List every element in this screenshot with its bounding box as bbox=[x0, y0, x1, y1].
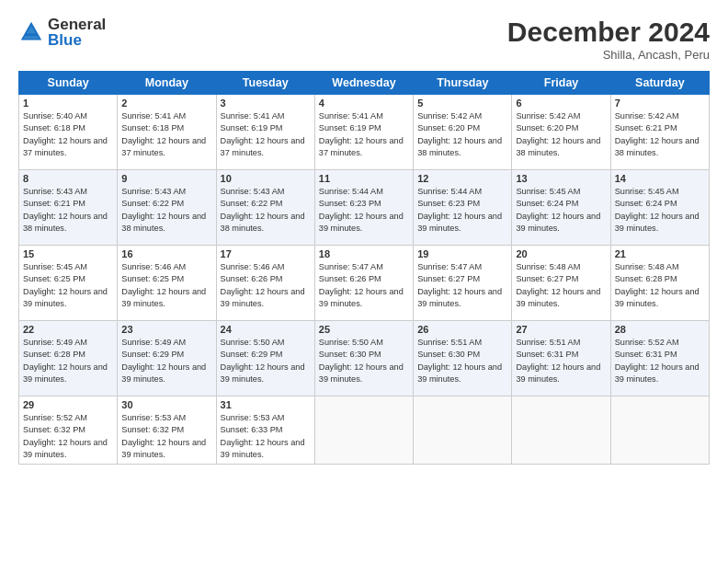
day-info: Sunrise: 5:49 AM Sunset: 6:29 PM Dayligh… bbox=[121, 337, 211, 385]
day-number: 4 bbox=[319, 98, 409, 109]
day-number: 27 bbox=[516, 324, 606, 335]
weekday-header-row: SundayMondayTuesdayWednesdayThursdayFrid… bbox=[19, 72, 710, 95]
day-number: 22 bbox=[23, 324, 113, 335]
day-info: Sunrise: 5:47 AM Sunset: 6:26 PM Dayligh… bbox=[319, 261, 409, 310]
day-number: 5 bbox=[417, 98, 507, 109]
day-number: 10 bbox=[221, 173, 311, 184]
day-number: 30 bbox=[121, 399, 211, 410]
day-info: Sunrise: 5:50 AM Sunset: 6:29 PM Dayligh… bbox=[221, 337, 311, 385]
day-info: Sunrise: 5:48 AM Sunset: 6:27 PM Dayligh… bbox=[516, 261, 606, 310]
day-number: 15 bbox=[23, 248, 113, 259]
day-number: 2 bbox=[121, 98, 211, 109]
weekday-header-saturday: Saturday bbox=[610, 72, 709, 95]
calendar-cell: 30Sunrise: 5:53 AM Sunset: 6:32 PM Dayli… bbox=[118, 396, 216, 465]
svg-rect-2 bbox=[25, 33, 38, 36]
day-info: Sunrise: 5:44 AM Sunset: 6:23 PM Dayligh… bbox=[319, 186, 409, 235]
calendar-cell: 31Sunrise: 5:53 AM Sunset: 6:33 PM Dayli… bbox=[216, 396, 314, 465]
day-info: Sunrise: 5:53 AM Sunset: 6:32 PM Dayligh… bbox=[121, 412, 211, 461]
calendar-cell: 27Sunrise: 5:51 AM Sunset: 6:31 PM Dayli… bbox=[512, 321, 610, 396]
day-number: 19 bbox=[417, 248, 507, 259]
logo-general-text: General bbox=[48, 17, 106, 32]
day-number: 18 bbox=[319, 248, 409, 259]
calendar-cell: 29Sunrise: 5:52 AM Sunset: 6:32 PM Dayli… bbox=[19, 396, 118, 465]
calendar-week-row: 22Sunrise: 5:49 AM Sunset: 6:28 PM Dayli… bbox=[19, 321, 710, 396]
calendar-cell: 22Sunrise: 5:49 AM Sunset: 6:28 PM Dayli… bbox=[19, 321, 118, 396]
day-info: Sunrise: 5:50 AM Sunset: 6:30 PM Dayligh… bbox=[319, 337, 409, 385]
day-info: Sunrise: 5:45 AM Sunset: 6:24 PM Dayligh… bbox=[615, 186, 705, 235]
day-info: Sunrise: 5:43 AM Sunset: 6:21 PM Dayligh… bbox=[23, 186, 113, 235]
calendar-cell: 12Sunrise: 5:44 AM Sunset: 6:23 PM Dayli… bbox=[414, 170, 512, 246]
calendar-cell: 9Sunrise: 5:43 AM Sunset: 6:22 PM Daylig… bbox=[118, 170, 216, 246]
calendar-cell bbox=[512, 396, 610, 465]
day-info: Sunrise: 5:43 AM Sunset: 6:22 PM Dayligh… bbox=[121, 186, 211, 235]
day-number: 8 bbox=[23, 173, 113, 184]
calendar-cell: 10Sunrise: 5:43 AM Sunset: 6:22 PM Dayli… bbox=[216, 170, 314, 246]
day-number: 6 bbox=[516, 98, 606, 109]
day-info: Sunrise: 5:42 AM Sunset: 6:20 PM Dayligh… bbox=[417, 110, 507, 159]
day-info: Sunrise: 5:48 AM Sunset: 6:28 PM Dayligh… bbox=[615, 261, 705, 310]
day-number: 1 bbox=[23, 98, 113, 109]
month-title: December 2024 bbox=[507, 17, 710, 48]
weekday-header-friday: Friday bbox=[512, 72, 610, 95]
day-info: Sunrise: 5:52 AM Sunset: 6:32 PM Dayligh… bbox=[23, 412, 113, 461]
day-info: Sunrise: 5:42 AM Sunset: 6:21 PM Dayligh… bbox=[615, 110, 705, 159]
location: Shilla, Ancash, Peru bbox=[507, 48, 710, 62]
day-info: Sunrise: 5:53 AM Sunset: 6:33 PM Dayligh… bbox=[221, 412, 311, 461]
calendar-cell: 6Sunrise: 5:42 AM Sunset: 6:20 PM Daylig… bbox=[512, 95, 610, 170]
day-number: 24 bbox=[221, 324, 311, 335]
day-info: Sunrise: 5:49 AM Sunset: 6:28 PM Dayligh… bbox=[23, 337, 113, 385]
day-info: Sunrise: 5:41 AM Sunset: 6:19 PM Dayligh… bbox=[319, 110, 409, 159]
day-number: 12 bbox=[417, 173, 507, 184]
day-info: Sunrise: 5:41 AM Sunset: 6:19 PM Dayligh… bbox=[221, 110, 311, 159]
day-number: 14 bbox=[615, 173, 705, 184]
calendar-cell: 24Sunrise: 5:50 AM Sunset: 6:29 PM Dayli… bbox=[216, 321, 314, 396]
calendar-cell: 8Sunrise: 5:43 AM Sunset: 6:21 PM Daylig… bbox=[19, 170, 118, 246]
calendar-cell: 15Sunrise: 5:45 AM Sunset: 6:25 PM Dayli… bbox=[19, 246, 118, 321]
calendar-cell: 5Sunrise: 5:42 AM Sunset: 6:20 PM Daylig… bbox=[414, 95, 512, 170]
logo-blue-text: Blue bbox=[48, 32, 106, 48]
day-number: 21 bbox=[615, 248, 705, 259]
day-number: 9 bbox=[121, 173, 211, 184]
day-number: 17 bbox=[221, 248, 311, 259]
logo-text: General Blue bbox=[48, 17, 106, 48]
calendar-cell: 4Sunrise: 5:41 AM Sunset: 6:19 PM Daylig… bbox=[314, 95, 413, 170]
weekday-header-monday: Monday bbox=[118, 72, 216, 95]
calendar-week-row: 8Sunrise: 5:43 AM Sunset: 6:21 PM Daylig… bbox=[19, 170, 710, 246]
weekday-header-tuesday: Tuesday bbox=[216, 72, 314, 95]
calendar-week-row: 1Sunrise: 5:40 AM Sunset: 6:18 PM Daylig… bbox=[19, 95, 710, 170]
calendar-cell: 11Sunrise: 5:44 AM Sunset: 6:23 PM Dayli… bbox=[314, 170, 413, 246]
day-info: Sunrise: 5:46 AM Sunset: 6:26 PM Dayligh… bbox=[221, 261, 311, 310]
calendar-cell: 13Sunrise: 5:45 AM Sunset: 6:24 PM Dayli… bbox=[512, 170, 610, 246]
calendar-cell bbox=[610, 396, 709, 465]
calendar-cell: 3Sunrise: 5:41 AM Sunset: 6:19 PM Daylig… bbox=[216, 95, 314, 170]
day-info: Sunrise: 5:42 AM Sunset: 6:20 PM Dayligh… bbox=[516, 110, 606, 159]
day-info: Sunrise: 5:52 AM Sunset: 6:31 PM Dayligh… bbox=[615, 337, 705, 385]
logo-icon bbox=[18, 19, 44, 45]
day-number: 11 bbox=[319, 173, 409, 184]
logo: General Blue bbox=[18, 17, 106, 48]
day-info: Sunrise: 5:46 AM Sunset: 6:25 PM Dayligh… bbox=[121, 261, 211, 310]
day-number: 20 bbox=[516, 248, 606, 259]
weekday-header-thursday: Thursday bbox=[414, 72, 512, 95]
weekday-header-sunday: Sunday bbox=[19, 72, 118, 95]
weekday-header-wednesday: Wednesday bbox=[314, 72, 413, 95]
day-info: Sunrise: 5:40 AM Sunset: 6:18 PM Dayligh… bbox=[23, 110, 113, 159]
page: General Blue December 2024 Shilla, Ancas… bbox=[0, 0, 728, 563]
calendar-cell bbox=[314, 396, 413, 465]
calendar-cell: 14Sunrise: 5:45 AM Sunset: 6:24 PM Dayli… bbox=[610, 170, 709, 246]
calendar-cell: 16Sunrise: 5:46 AM Sunset: 6:25 PM Dayli… bbox=[118, 246, 216, 321]
title-block: December 2024 Shilla, Ancash, Peru bbox=[507, 17, 710, 62]
day-number: 13 bbox=[516, 173, 606, 184]
day-number: 26 bbox=[417, 324, 507, 335]
calendar-cell: 26Sunrise: 5:51 AM Sunset: 6:30 PM Dayli… bbox=[414, 321, 512, 396]
day-info: Sunrise: 5:43 AM Sunset: 6:22 PM Dayligh… bbox=[221, 186, 311, 235]
calendar-cell: 23Sunrise: 5:49 AM Sunset: 6:29 PM Dayli… bbox=[118, 321, 216, 396]
calendar-cell: 1Sunrise: 5:40 AM Sunset: 6:18 PM Daylig… bbox=[19, 95, 118, 170]
calendar-cell: 25Sunrise: 5:50 AM Sunset: 6:30 PM Dayli… bbox=[314, 321, 413, 396]
day-number: 16 bbox=[121, 248, 211, 259]
day-number: 25 bbox=[319, 324, 409, 335]
day-info: Sunrise: 5:44 AM Sunset: 6:23 PM Dayligh… bbox=[417, 186, 507, 235]
calendar-cell: 2Sunrise: 5:41 AM Sunset: 6:18 PM Daylig… bbox=[118, 95, 216, 170]
calendar-cell: 21Sunrise: 5:48 AM Sunset: 6:28 PM Dayli… bbox=[610, 246, 709, 321]
calendar-cell: 19Sunrise: 5:47 AM Sunset: 6:27 PM Dayli… bbox=[414, 246, 512, 321]
